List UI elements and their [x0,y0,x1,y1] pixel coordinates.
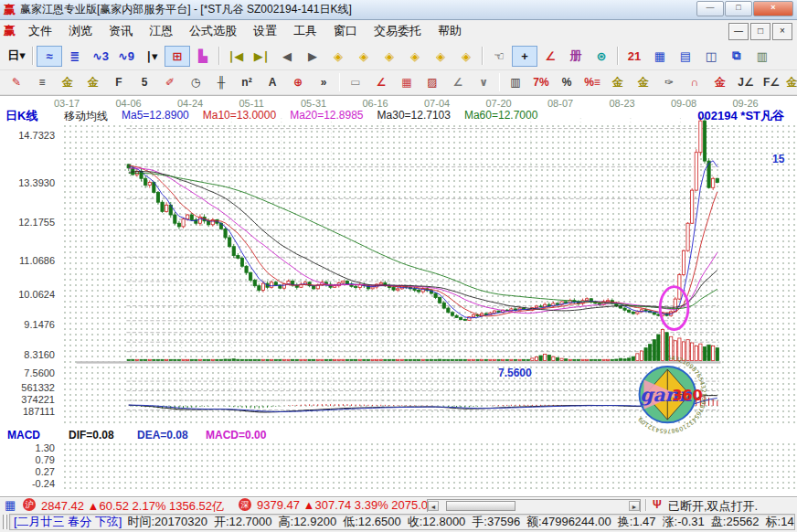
mdi-minimize-button[interactable]: — [728,23,749,40]
minimize-button[interactable]: — [696,1,724,16]
zoom-in-icon[interactable]: ◈ [428,46,453,67]
connection-antenna-icon[interactable]: Ψ [653,498,662,511]
mdi-close-button[interactable]: × [772,23,792,40]
market-grid-icon[interactable]: ▦ [5,498,16,512]
expand-horizontal-icon[interactable]: ◈ [377,46,402,67]
kline-compare-icon[interactable]: ⊞ [165,46,190,67]
menu-item-帮助[interactable]: 帮助 [430,23,470,39]
single-kline-icon[interactable]: ∣▾ [139,46,165,67]
shrink-horizontal-icon[interactable]: ◈ [402,46,428,67]
rays-gray-icon[interactable]: ∠ [445,73,471,92]
maximize-button[interactable]: □ [725,1,752,16]
date-tick-label: 04-24 [177,98,203,109]
tick-grid-icon[interactable]: ╫ [208,73,234,92]
menu-item-工具[interactable]: 工具 [285,23,325,39]
window-title: 赢家江恩专业版[赢家内部服务平台] - [*ST凡谷 SZ002194-141日… [20,2,352,17]
percent-lines-icon[interactable]: %≡ [579,73,605,92]
calendar-21-icon[interactable]: 21 [622,46,647,67]
cascade-windows-icon[interactable]: ⧉ [724,46,749,67]
angle-f-icon[interactable]: F∠ [759,73,784,92]
pane-separator [77,361,721,363]
kline-chart-canvas[interactable]: 5432109876543210987654321098765432109gan… [0,96,797,497]
next-bar-icon[interactable]: ▶ [300,46,325,67]
crosshair-icon[interactable]: + [512,46,537,67]
info-list-icon[interactable]: ≣ [62,46,88,67]
scale-ruler-icon[interactable]: ▥ [503,73,528,92]
more-tools-icon[interactable]: » [311,73,336,92]
chart-horizontal-scrollbar[interactable]: ◄ ► [427,499,641,513]
ohlc-info-fields: 时间:20170320开:12.7000高:12.9200低:12.6500收:… [127,514,795,530]
time-cycle-icon[interactable]: ◷ [183,73,208,92]
title-bar: 赢 赢家江恩专业版[赢家内部服务平台] - [*ST凡谷 SZ002194-14… [0,0,797,20]
axis-tick-label: 10.0624 [0,289,55,300]
menu-items: 文件浏览资讯江恩公式选股设置工具窗口交易委托帮助 [20,23,470,39]
fan-red-icon[interactable]: ∠ [368,73,394,92]
menu-item-交易委托[interactable]: 交易委托 [366,23,430,39]
grid-box-red-icon[interactable]: ▦ [394,73,420,92]
angle-a-icon[interactable]: A [260,73,285,92]
spiral-5-icon[interactable]: 5 [132,73,157,92]
snapshot-icon[interactable]: ▥ [749,46,775,67]
angle-gold-icon[interactable]: 金∠ [784,73,797,92]
wave-3-icon[interactable]: ∿3 [88,46,113,67]
band-pen-icon[interactable]: ✑ [656,73,682,92]
menu-item-江恩[interactable]: 江恩 [141,23,181,39]
wave-check-icon[interactable]: ∨ [471,73,496,92]
box-tool-icon[interactable]: ▭ [343,73,368,92]
gann-module-icon[interactable]: 册 [563,46,589,67]
date-tick-label: 07-04 [424,98,450,109]
gold-section-1-icon[interactable]: 金 [55,73,80,92]
menu-item-浏览[interactable]: 浏览 [60,23,101,39]
chart-area: 5432109876543210987654321098765432109gan… [0,95,797,497]
gold-circle-icon[interactable]: 金 [605,73,631,92]
menu-item-资讯[interactable]: 资讯 [101,23,141,39]
kline-period-icon[interactable]: 日▾ [4,46,29,67]
horizontal-lines-icon[interactable]: ≡ [29,73,55,92]
save-icon[interactable]: ◫ [698,46,724,67]
gann360-logo: 5432109876543210987654321098765432109gan… [632,355,707,435]
percent-7-icon[interactable]: 7% [528,73,554,92]
info-field-涨: 涨:-0.31 [663,515,705,528]
draw-pen-icon[interactable]: ✎ [4,73,29,92]
gold-red-icon[interactable]: 金 [707,73,733,92]
n-squared-icon[interactable]: n² [234,73,260,92]
ma-legend: 移动均线 Ma5=12.8900Ma10=13.0000Ma20=12.8985… [64,109,537,124]
zoom-left-icon[interactable]: ◈ [325,46,351,67]
candlestick-series [127,117,718,321]
mdi-restore-button[interactable]: □ [750,23,770,40]
menu-item-窗口[interactable]: 窗口 [325,23,366,39]
scroll-left-arrow-icon[interactable]: ◄ [428,501,439,511]
angle-measure-icon[interactable]: ∠ [537,46,563,67]
menu-item-设置[interactable]: 设置 [245,23,285,39]
fill-box-red-icon[interactable]: ▨ [420,73,445,92]
wave-9-icon[interactable]: ∿9 [113,46,139,67]
rocket-pen-icon[interactable]: ✐ [157,73,183,92]
first-page-icon[interactable]: ∣◀ [223,46,249,67]
volume-bars [127,329,718,360]
percent-icon[interactable]: % [554,73,579,92]
color-histogram-icon[interactable]: ▙ [190,46,216,67]
notepad-icon[interactable]: ▤ [673,46,698,67]
prev-bar-icon[interactable]: ◀ [274,46,300,67]
menu-item-文件[interactable]: 文件 [20,23,60,39]
menu-item-公式选股[interactable]: 公式选股 [181,23,245,39]
latest-price-label: 15 [772,153,784,165]
globe-tool-icon[interactable]: ⊛ [589,46,614,67]
zoom-right-icon[interactable]: ◈ [351,46,377,67]
scroll-right-arrow-icon[interactable]: ► [629,501,640,511]
close-button[interactable]: × [753,1,793,16]
last-page-icon[interactable]: ▶∣ [249,46,274,67]
scrollbar-thumb[interactable] [446,501,515,511]
date-tick-label: 07-20 [486,98,512,109]
fib-f-icon[interactable]: F [106,73,132,92]
zigzag-wave-icon[interactable]: ≈ [37,46,62,67]
gold-line-icon[interactable]: 金 [631,73,656,92]
gold-section-2-icon[interactable]: 金 [80,73,106,92]
target-circle-icon[interactable]: ⊕ [285,73,311,92]
angle-j-icon[interactable]: J∠ [733,73,759,92]
zoom-full-icon[interactable]: ◈ [453,46,479,67]
pan-hand-icon[interactable]: ☜ [486,46,512,67]
low-price-annotation: 7.5600 [498,367,532,379]
calculator-icon[interactable]: ▦ [647,46,673,67]
arc-red-icon[interactable]: ∩ [682,73,707,92]
